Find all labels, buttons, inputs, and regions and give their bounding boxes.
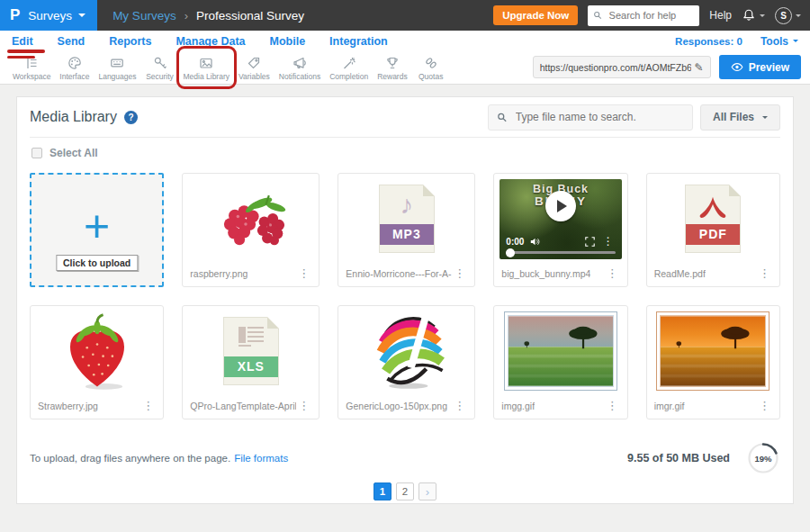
file-menu-icon[interactable]: ⋮ <box>757 267 772 279</box>
image-icon <box>198 55 214 71</box>
search-icon <box>497 112 508 123</box>
tab-edit[interactable]: Edit <box>12 35 33 48</box>
video-menu-icon[interactable]: ⋮ <box>601 236 616 247</box>
help-link[interactable]: Help <box>709 9 732 22</box>
toolbar-item-security[interactable]: Security <box>141 54 179 82</box>
edit-url-pencil-icon[interactable]: ✎ <box>695 61 704 74</box>
tab-manage-data[interactable]: Manage Data <box>176 35 245 48</box>
all-files-filter[interactable]: All Files <box>700 104 780 131</box>
card-header-right: All Files <box>488 104 780 131</box>
toolbar-item-media-library[interactable]: Media Library <box>179 54 235 82</box>
survey-url-field[interactable]: https://questionpro.com/t/AOMtFZb6N ✎ <box>533 56 711 78</box>
file-search-box[interactable] <box>488 104 693 131</box>
music-note-icon: ♪ <box>400 191 414 220</box>
next-page-button[interactable]: › <box>418 482 436 500</box>
toolbar-item-interface[interactable]: Interface <box>55 54 94 82</box>
breadcrumb-current: Professional Survey <box>196 9 304 23</box>
edit-toolbar: Workspace Interface Languages Security M… <box>0 51 810 85</box>
raspberry-image <box>183 174 319 263</box>
account-menu[interactable]: S <box>775 7 801 24</box>
file-search-input[interactable] <box>514 110 684 124</box>
page-button-1[interactable]: 1 <box>374 482 392 500</box>
fullscreen-icon[interactable] <box>585 237 595 247</box>
toolbar-item-variables[interactable]: Variables <box>234 54 274 82</box>
top-header: P Surveys My Surveys › Professional Surv… <box>0 0 810 31</box>
help-search-box[interactable] <box>588 5 699 26</box>
tab-mobile[interactable]: Mobile <box>270 35 306 48</box>
play-button[interactable] <box>545 191 576 221</box>
speaker-icon[interactable] <box>530 237 540 247</box>
media-tile-imgg[interactable]: imgg.gif ⋮ <box>493 305 627 419</box>
xls-badge: XLS <box>224 356 278 377</box>
media-tile-logo[interactable]: GenericLogo-150px.png ⋮ <box>338 305 475 419</box>
surveys-menu-text: Surveys <box>28 9 72 23</box>
help-question-icon[interactable]: ? <box>124 111 138 124</box>
media-tile-strawberry[interactable]: Strawberry.jpg ⋮ <box>30 305 164 419</box>
video-player[interactable]: Big Buck BUNNY 0:00 ⋮ <box>494 174 626 263</box>
generic-logo-image <box>338 306 474 395</box>
media-tile-imgr[interactable]: imgr.gif ⋮ <box>646 305 780 419</box>
toolbar-item-quotas[interactable]: Quotas <box>412 54 450 82</box>
chevron-down-icon <box>796 14 801 17</box>
tab-send[interactable]: Send <box>58 35 86 48</box>
upload-tile[interactable]: + Click to upload <box>30 173 164 287</box>
responses-count[interactable]: Responses: 0 <box>675 36 742 47</box>
product-menu[interactable]: P Surveys <box>0 0 97 31</box>
select-all-label: Select All <box>50 147 98 159</box>
toolbar-item-rewards[interactable]: Rewards <box>373 54 412 82</box>
tab-reports[interactable]: Reports <box>109 35 151 48</box>
file-menu-icon[interactable]: ⋮ <box>605 267 620 279</box>
file-name: QPro-LangTemplate-April... <box>190 401 296 411</box>
file-name: big_buck_bunny.mp4 <box>501 268 590 279</box>
toolbar-label: Variables <box>238 72 270 81</box>
drag-upload-hint: To upload, drag files anywhere on the pa… <box>30 453 230 464</box>
mp3-badge: MP3 <box>380 224 434 245</box>
chain-link-icon <box>423 55 439 71</box>
select-all-checkbox[interactable] <box>32 148 42 158</box>
acrobat-icon <box>692 191 734 223</box>
toolbar-item-notifications[interactable]: Notifications <box>274 54 325 82</box>
eye-icon <box>731 62 743 72</box>
file-menu-icon[interactable]: ⋮ <box>452 400 467 411</box>
page-button-2[interactable]: 2 <box>396 482 414 500</box>
file-menu-icon[interactable]: ⋮ <box>296 400 311 411</box>
nav-right: Responses: 0 Tools <box>675 35 798 48</box>
file-formats-link[interactable]: File formats <box>234 453 288 464</box>
video-progress-bar[interactable] <box>506 251 615 254</box>
file-menu-icon[interactable]: ⋮ <box>605 400 620 411</box>
file-name: imgg.gif <box>501 401 535 411</box>
upgrade-now-button[interactable]: Upgrade Now <box>493 5 578 25</box>
pdf-file-icon: PDF <box>647 174 779 263</box>
preview-button[interactable]: Preview <box>719 55 801 79</box>
usage-donut: 19% <box>746 441 780 475</box>
toolbar-label: Quotas <box>418 72 443 81</box>
tools-label: Tools <box>760 35 788 48</box>
help-search-input[interactable] <box>608 9 695 22</box>
file-menu-icon[interactable]: ⋮ <box>296 267 311 279</box>
play-icon <box>557 200 567 212</box>
file-menu-icon[interactable]: ⋮ <box>757 400 772 411</box>
card-header: Media Library ? All Files <box>30 97 780 138</box>
file-menu-icon[interactable]: ⋮ <box>452 267 467 279</box>
breadcrumb-my-surveys[interactable]: My Surveys <box>112 9 176 23</box>
media-tile-xls[interactable]: XLS QPro-LangTemplate-April... ⋮ <box>182 305 320 419</box>
progress-knob[interactable] <box>506 248 515 257</box>
tools-menu[interactable]: Tools <box>760 35 798 48</box>
toolbar-label: Notifications <box>279 72 320 81</box>
tab-integration[interactable]: Integration <box>329 35 388 48</box>
surveys-menu-label: Surveys <box>28 9 86 23</box>
toolbar-item-languages[interactable]: Languages <box>94 54 140 82</box>
toolbar-item-completion[interactable]: Completion <box>325 54 373 82</box>
media-tile-video[interactable]: Big Buck BUNNY 0:00 ⋮ big_buck_bunny.mp <box>493 173 627 287</box>
xls-file-icon: XLS <box>183 306 319 395</box>
file-menu-icon[interactable]: ⋮ <box>140 400 156 411</box>
chevron-down-icon <box>793 40 798 42</box>
media-tile-mp3[interactable]: ♪ MP3 Ennio-Morricone---For-A-... ⋮ <box>338 173 475 287</box>
questionpro-logo-icon: P <box>10 6 20 24</box>
media-tile-pdf[interactable]: PDF ReadMe.pdf ⋮ <box>646 173 780 287</box>
notifications-bell-button[interactable] <box>742 8 765 23</box>
toolbar-label: Interface <box>59 72 89 81</box>
tile-footer: Ennio-Morricone---For-A-... ⋮ <box>338 263 474 286</box>
tag-icon <box>246 55 262 71</box>
media-tile-raspberry[interactable]: raspberry.png ⋮ <box>182 173 320 287</box>
